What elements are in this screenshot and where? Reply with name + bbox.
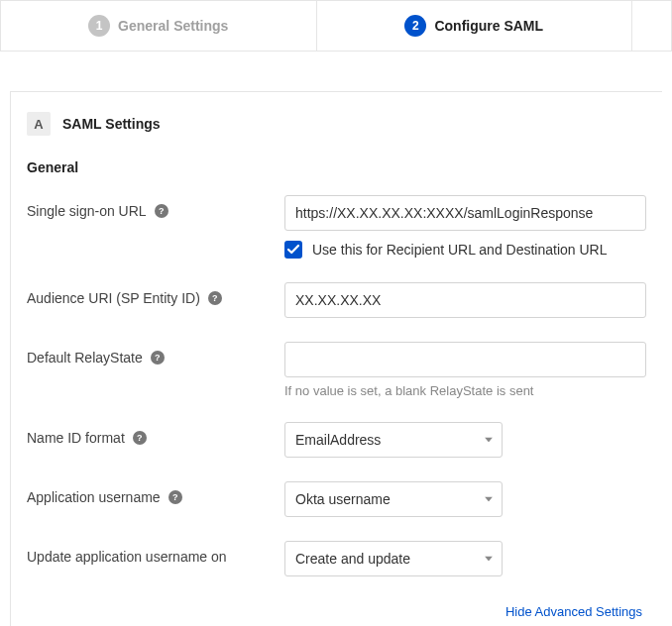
label-nameid-format: Name ID format [27,430,125,446]
label-relaystate: Default RelayState [27,350,143,365]
tab-spacer [632,1,672,51]
tab-label-saml: Configure SAML [434,18,543,34]
relaystate-hint: If no value is set, a blank RelayState i… [284,383,646,398]
subheading-general: General [27,159,646,175]
help-icon[interactable]: ? [168,490,182,504]
row-nameid-format: Name ID format ? EmailAddress [27,422,646,458]
tab-label-general: General Settings [118,18,228,34]
label-audience-uri: Audience URI (SP Entity ID) [27,290,200,306]
app-username-select[interactable]: Okta username [284,481,503,517]
audience-uri-input[interactable] [284,282,646,318]
sso-url-input[interactable] [284,195,646,231]
section-badge-a: A [27,112,51,136]
help-icon[interactable]: ? [208,291,222,305]
help-icon[interactable]: ? [151,351,165,365]
row-app-username: Application username ? Okta username [27,481,646,517]
step-number-2: 2 [404,15,426,37]
use-for-recipient-label: Use this for Recipient URL and Destinati… [312,242,608,258]
wizard-tabs: 1 General Settings 2 Configure SAML [0,0,672,52]
help-icon[interactable]: ? [155,204,168,218]
section-header: A SAML Settings [27,112,646,136]
section-title: SAML Settings [62,116,161,132]
hide-advanced-settings-link[interactable]: Hide Advanced Settings [27,600,646,619]
label-sso-url: Single sign-on URL [27,203,147,219]
help-icon[interactable]: ? [133,431,147,445]
tab-general-settings[interactable]: 1 General Settings [0,1,317,51]
use-for-recipient-checkbox[interactable] [284,241,302,259]
nameid-format-select[interactable]: EmailAddress [284,422,503,458]
tab-configure-saml[interactable]: 2 Configure SAML [317,1,633,51]
relaystate-input[interactable] [284,342,646,377]
check-icon [287,244,299,256]
saml-settings-panel: A SAML Settings General Single sign-on U… [10,91,662,626]
row-audience-uri: Audience URI (SP Entity ID) ? [27,282,646,318]
update-username-select[interactable]: Create and update [284,541,503,576]
row-update-username-on: Update application username on Create an… [27,541,646,576]
row-relaystate: Default RelayState ? If no value is set,… [27,342,646,398]
row-sso-url: Single sign-on URL ? Use this for Recipi… [27,195,646,259]
label-app-username: Application username [27,489,161,505]
label-update-username-on: Update application username on [27,549,227,565]
step-number-1: 1 [88,15,110,37]
